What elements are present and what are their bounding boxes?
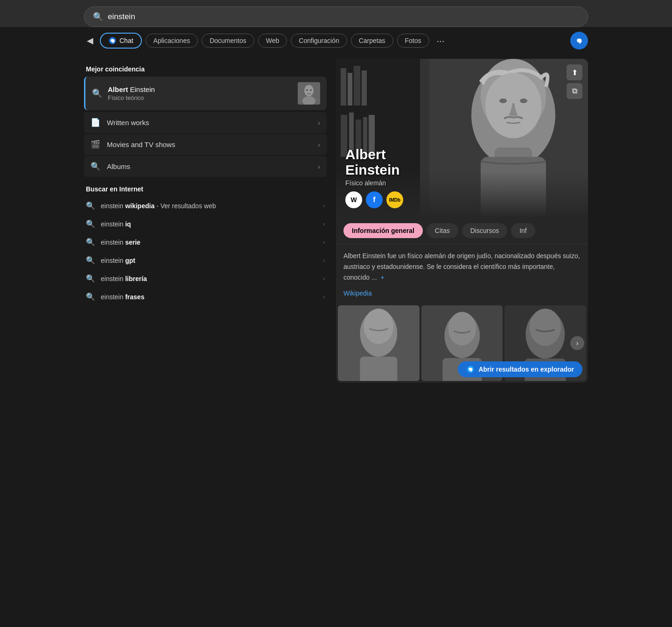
svg-point-30: [364, 309, 393, 344]
copy-button[interactable]: ⧉: [567, 83, 582, 99]
internet-arrow-1: ›: [323, 220, 325, 227]
best-match-section: Mejor coincidencia 🔍 Albert Einstein Fís…: [84, 65, 327, 177]
filter-chat-button[interactable]: Chat: [100, 33, 142, 49]
internet-arrow-5: ›: [323, 293, 325, 300]
internet-search-icon-1: 🔍: [86, 219, 95, 228]
filter-carpetas-button[interactable]: Carpetas: [351, 34, 393, 48]
bing-logo-icon: [574, 35, 584, 46]
internet-arrow-4: ›: [323, 275, 325, 282]
back-arrow-button[interactable]: ◀: [84, 34, 96, 48]
filter-fotos-button[interactable]: Fotos: [397, 34, 429, 48]
wikipedia-link[interactable]: Wikipedia: [336, 289, 588, 303]
svg-rect-19: [348, 73, 352, 106]
more-link[interactable]: +: [381, 274, 385, 281]
svg-rect-31: [360, 357, 397, 381]
internet-search-icon-5: 🔍: [86, 292, 95, 301]
internet-arrow-3: ›: [323, 257, 325, 264]
open-browser-button[interactable]: Abrir resultados en explorador: [458, 361, 582, 377]
filter-bar: ◀ Chat Aplicaciones Documentos Web Confi…: [0, 27, 672, 54]
movies-tv-item[interactable]: 🎬 Movies and TV shows ›: [84, 134, 327, 155]
written-works-icon: 📄: [91, 118, 100, 127]
tab-inf[interactable]: Inf: [511, 223, 535, 238]
image-next-button[interactable]: ›: [570, 336, 584, 350]
imdb-social-icon[interactable]: IMDb: [386, 191, 403, 208]
internet-arrow-2: ›: [323, 239, 325, 246]
internet-item-label-3: einstein gpt: [101, 257, 323, 264]
written-works-item[interactable]: 📄 Written works ›: [84, 112, 327, 133]
internet-item-2[interactable]: 🔍 einstein serie ›: [84, 233, 327, 251]
albums-item[interactable]: 🔍 Albums ›: [84, 156, 327, 177]
internet-title: Buscar en Internet: [84, 185, 327, 193]
internet-item-5[interactable]: 🔍 einstein frases ›: [84, 288, 327, 306]
bing-icon-chat: [108, 36, 117, 45]
tab-informacion-general[interactable]: Información general: [343, 223, 423, 238]
svg-point-6: [310, 89, 312, 91]
knowledge-panel: ⬆ ⧉ AlbertEinstein Físico alemán W f: [336, 59, 588, 383]
written-works-label: Written works: [107, 119, 318, 127]
filter-documentos-button[interactable]: Documentos: [202, 34, 254, 48]
svg-point-13: [499, 99, 507, 103]
svg-rect-20: [354, 66, 360, 106]
albums-label: Albums: [107, 162, 318, 170]
facebook-icon-label: f: [373, 196, 375, 204]
einstein-thumbnail: [298, 82, 320, 105]
search-result-icon: 🔍: [92, 88, 102, 99]
best-match-info: Albert Einstein Físico teórico: [108, 85, 298, 101]
facebook-social-icon[interactable]: f: [366, 191, 383, 208]
tab-discursos[interactable]: Discursos: [462, 223, 507, 238]
written-works-arrow: ›: [318, 119, 320, 127]
wikipedia-icon-label: W: [350, 196, 357, 204]
best-match-subtitle: Físico teórico: [108, 94, 298, 101]
wikipedia-social-icon[interactable]: W: [345, 191, 362, 208]
svg-point-34: [448, 312, 476, 345]
filter-web-button[interactable]: Web: [258, 34, 287, 48]
filter-chat-label: Chat: [119, 37, 133, 44]
best-match-title: Mejor coincidencia: [86, 65, 327, 73]
bing-open-icon: [466, 365, 475, 373]
svg-point-3: [304, 85, 314, 96]
more-filters-button[interactable]: ···: [433, 34, 448, 48]
filter-configuracion-button[interactable]: Configuración: [291, 34, 347, 48]
svg-point-14: [520, 99, 527, 103]
einstein-face-icon: [298, 82, 320, 105]
search-input[interactable]: [108, 12, 579, 21]
internet-search-icon-2: 🔍: [86, 238, 95, 247]
internet-item-label-2: einstein serie: [101, 239, 323, 246]
albums-arrow: ›: [318, 163, 320, 170]
internet-item-3[interactable]: 🔍 einstein gpt ›: [84, 251, 327, 269]
bio-text: Albert Einstein fue un físico alemán de …: [343, 252, 580, 281]
svg-point-38: [530, 309, 561, 346]
svg-rect-18: [341, 68, 346, 106]
best-match-name: Albert Einstein: [108, 85, 298, 93]
svg-point-5: [306, 89, 308, 91]
albums-icon: 🔍: [91, 162, 100, 171]
bing-circle-button[interactable]: [570, 32, 588, 49]
open-browser-label: Abrir resultados en explorador: [478, 366, 574, 373]
share-button[interactable]: ⬆: [567, 64, 582, 80]
imdb-icon-label: IMDb: [389, 197, 400, 203]
internet-item-label-4: einstein librería: [101, 275, 323, 282]
einstein-name-overlay: AlbertEinstein Físico alemán W f IMDb: [345, 147, 403, 208]
internet-item-4[interactable]: 🔍 einstein librería ›: [84, 269, 327, 288]
copy-icon: ⧉: [572, 87, 577, 95]
internet-search-icon-0: 🔍: [86, 201, 95, 210]
einstein-description: Físico alemán: [345, 179, 403, 187]
internet-arrow-0: ›: [323, 202, 325, 209]
image-thumb-1[interactable]: [338, 305, 420, 381]
tab-citas[interactable]: Citas: [427, 223, 458, 238]
internet-section: Buscar en Internet 🔍 einstein wikipedia …: [84, 185, 327, 306]
best-match-item[interactable]: 🔍 Albert Einstein Físico teórico: [84, 77, 327, 110]
search-icon: 🔍: [93, 12, 103, 22]
social-icons-row: W f IMDb: [345, 191, 403, 208]
einstein-hero: ⬆ ⧉ AlbertEinstein Físico alemán W f: [336, 59, 588, 218]
internet-item-1[interactable]: 🔍 einstein iq ›: [84, 215, 327, 233]
internet-search-icon-3: 🔍: [86, 256, 95, 265]
einstein-photo-1: [338, 305, 420, 381]
filter-aplicaciones-button[interactable]: Aplicaciones: [146, 34, 198, 48]
internet-item-0[interactable]: 🔍 einstein wikipedia - Ver resultados we…: [84, 197, 327, 215]
svg-rect-21: [362, 70, 367, 106]
internet-item-label-5: einstein frases: [101, 293, 323, 301]
image-strip: › Abrir resultados en explorador: [336, 303, 588, 383]
movies-label: Movies and TV shows: [107, 141, 318, 148]
movies-icon: 🎬: [91, 140, 100, 149]
